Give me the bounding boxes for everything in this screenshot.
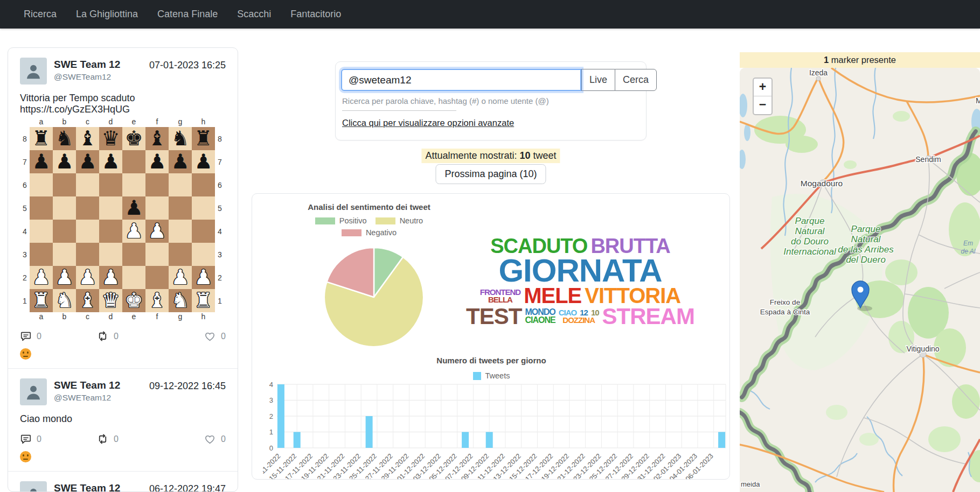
chess-piece: ♟ bbox=[169, 150, 192, 173]
file-label: d bbox=[99, 312, 122, 322]
wordcloud-stack: CIAO1210DOZZINA bbox=[557, 309, 601, 324]
divider bbox=[342, 110, 456, 111]
bar-24-11-2022 bbox=[366, 416, 373, 448]
tweet-feed[interactable]: SWE Team 12@SWETeam1207-01-2023 16:25Vit… bbox=[8, 47, 238, 492]
rank-label: 8 bbox=[20, 127, 30, 150]
sentiment-legend: PositivoNeutroNegativo bbox=[288, 216, 450, 240]
map-label-multiline: Em bbox=[963, 240, 973, 247]
nav-item-ricerca[interactable]: Ricerca bbox=[24, 9, 57, 20]
bar-13-11-2022 bbox=[277, 384, 284, 448]
wordcloud-word: MELE bbox=[522, 286, 583, 306]
tweet-identity: SWE Team 12@SWETeam12 bbox=[54, 378, 120, 403]
board-file-labels: abcdefgh bbox=[20, 312, 225, 322]
likes-counter[interactable]: 0 bbox=[204, 433, 226, 445]
map-label-sendim: Sendim bbox=[915, 155, 941, 164]
wordcloud-word: CIAONE bbox=[523, 317, 557, 325]
tweet-timestamp: 09-12-2022 16:45 bbox=[149, 378, 226, 392]
likes-counter[interactable]: 0 bbox=[204, 330, 226, 342]
file-label: e bbox=[122, 117, 145, 127]
chess-piece: ♜ bbox=[30, 289, 53, 312]
legend-label: Positivo bbox=[339, 216, 367, 225]
wordcloud-line: BELLA bbox=[486, 296, 514, 304]
likes-count: 0 bbox=[221, 434, 226, 444]
board-square: ♟ bbox=[30, 266, 53, 289]
search-input[interactable] bbox=[341, 69, 581, 91]
live-button[interactable]: Live bbox=[581, 69, 615, 91]
board-square bbox=[99, 243, 122, 266]
y-tick-label: 3 bbox=[269, 396, 273, 404]
legend-item-neutro[interactable]: Neutro bbox=[376, 216, 423, 225]
chess-piece: ♚ bbox=[122, 289, 145, 312]
board-square: ♟ bbox=[53, 266, 76, 289]
rank-label: 2 bbox=[215, 266, 225, 289]
chess-piece: ♟ bbox=[30, 266, 53, 289]
like-icon[interactable] bbox=[204, 433, 216, 445]
zoom-in-button[interactable]: + bbox=[754, 79, 772, 96]
file-label: b bbox=[53, 117, 76, 127]
bar-chart-legend: Tweets bbox=[252, 371, 730, 380]
board-square: ♟ bbox=[76, 266, 99, 289]
chess-piece: ♟ bbox=[169, 266, 192, 289]
board-square bbox=[53, 243, 76, 266]
retweet-icon[interactable] bbox=[96, 433, 109, 445]
board-square bbox=[122, 243, 145, 266]
file-label: f bbox=[145, 117, 169, 127]
map-label-multiline: Parque bbox=[795, 216, 825, 226]
comment-icon[interactable] bbox=[20, 331, 32, 342]
file-label: a bbox=[30, 117, 53, 127]
legend-item-negativo[interactable]: Negativo bbox=[342, 228, 397, 237]
map-label-multiline: Parque bbox=[851, 224, 881, 234]
board-rank: 4♟♟4 bbox=[20, 220, 225, 243]
zoom-out-button[interactable]: − bbox=[754, 96, 772, 114]
board-square: ♚ bbox=[122, 127, 145, 150]
tweet-timestamp: 06-12-2022 19:47 bbox=[149, 481, 226, 492]
board-square bbox=[99, 173, 122, 196]
like-icon[interactable] bbox=[204, 330, 216, 342]
nav-item-scacchi[interactable]: Scacchi bbox=[237, 9, 271, 20]
results-count-value: 10 bbox=[520, 150, 531, 161]
comments-counter[interactable]: 0 bbox=[20, 331, 41, 342]
retweets-count: 0 bbox=[114, 434, 119, 444]
board-square bbox=[30, 243, 53, 266]
nav-item-la-ghigliottina[interactable]: La Ghigliottina bbox=[76, 9, 138, 20]
comments-counter[interactable]: 0 bbox=[20, 433, 41, 445]
retweets-counter[interactable]: 0 bbox=[96, 433, 119, 445]
map-label-mi: Mi bbox=[976, 96, 980, 105]
retweet-icon[interactable] bbox=[96, 330, 109, 342]
map-label-multiline: Freixo de bbox=[770, 298, 800, 306]
nav-item-fantacitorio[interactable]: Fantacitorio bbox=[290, 9, 341, 20]
board-square bbox=[169, 196, 192, 220]
board-square bbox=[145, 173, 169, 196]
rank-label: 4 bbox=[20, 220, 30, 243]
board-square bbox=[30, 196, 53, 220]
marker-count-text: marker presente bbox=[829, 55, 896, 65]
board-square: ♜ bbox=[30, 127, 53, 150]
sentiment-row bbox=[20, 451, 226, 465]
board-rank: 7♟♟♟♟♟♟♟7 bbox=[20, 150, 225, 173]
chess-piece: ♞ bbox=[169, 127, 192, 150]
chess-piece: ♟ bbox=[76, 150, 99, 173]
advanced-options-link[interactable]: Clicca qui per visualizzare opzioni avan… bbox=[342, 118, 514, 128]
map-label-izeda: Izeda bbox=[809, 68, 828, 77]
chess-piece: ♟ bbox=[145, 220, 169, 242]
chess-board: abcdefgh8♜♞♝♛♚♝♞♜87♟♟♟♟♟♟♟7665♟54♟♟4332♟… bbox=[20, 117, 225, 322]
user-avatar-icon bbox=[24, 486, 43, 492]
next-page-button[interactable]: Prossima pagina (10) bbox=[435, 164, 546, 184]
board-square: ♟ bbox=[99, 150, 122, 173]
map-label-multiline: Natural bbox=[795, 226, 825, 236]
rank-label: 6 bbox=[20, 173, 30, 196]
legend-item-positivo[interactable]: Positivo bbox=[315, 216, 367, 225]
search-button[interactable]: Cerca bbox=[615, 69, 657, 91]
leaflet-map[interactable]: IzedaMogadouroSendimMiVitigudinomeidaFre… bbox=[740, 68, 980, 492]
likes-count: 0 bbox=[221, 332, 226, 341]
board-square: ♟ bbox=[99, 266, 122, 289]
nav-item-catena-finale[interactable]: Catena Finale bbox=[157, 9, 218, 20]
board-square: ♝ bbox=[145, 127, 169, 150]
comment-icon[interactable] bbox=[20, 433, 32, 445]
map-label-multiline: de Al bbox=[961, 248, 976, 255]
board-square: ♟ bbox=[30, 150, 53, 173]
tweets-legend-swatch bbox=[473, 372, 481, 380]
retweets-counter[interactable]: 0 bbox=[96, 330, 119, 342]
results-count-prefix: Attualmente mostrati: bbox=[425, 150, 519, 161]
rank-label: 8 bbox=[215, 127, 225, 150]
